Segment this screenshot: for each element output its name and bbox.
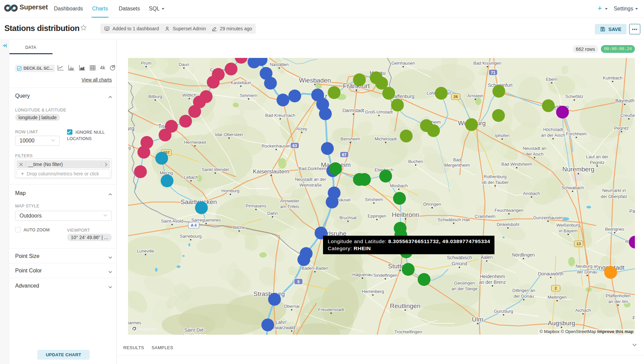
svg-text:Sarreguemines: Sarreguemines bbox=[191, 218, 221, 223]
svg-text:Donauwörth: Donauwörth bbox=[538, 271, 564, 276]
svg-text:Schwäbisch: Schwäbisch bbox=[447, 255, 472, 260]
svg-text:Gelnhausen: Gelnhausen bbox=[391, 61, 415, 66]
svg-text:Weißenburg: Weißenburg bbox=[556, 223, 580, 228]
svg-text:Prüm: Prüm bbox=[141, 61, 151, 66]
svg-text:Creußen: Creußen bbox=[620, 113, 635, 118]
svg-text:Obernai: Obernai bbox=[284, 304, 299, 309]
svg-text:Saint-Dié-: Saint-Dié- bbox=[184, 327, 205, 333]
svg-text:Idar-Oberstein: Idar-Oberstein bbox=[215, 132, 243, 137]
svg-text:Daun: Daun bbox=[179, 62, 189, 67]
svg-text:Dinkelsbühl: Dinkelsbühl bbox=[496, 222, 519, 227]
svg-text:Augsburg: Augsburg bbox=[548, 320, 575, 327]
svg-text:Mergentheim: Mergentheim bbox=[444, 163, 470, 168]
svg-text:Heilbronn: Heilbronn bbox=[392, 211, 419, 218]
svg-text:Groß-Umstadt: Groß-Umstadt bbox=[365, 109, 393, 114]
svg-text:Eppingen: Eppingen bbox=[368, 213, 386, 219]
svg-text:Meitingen: Meitingen bbox=[548, 295, 567, 300]
svg-text:71: 71 bbox=[491, 70, 495, 75]
svg-text:an der Ilm: an der Ilm bbox=[608, 299, 628, 304]
svg-text:Bad Kissingen: Bad Kissingen bbox=[473, 61, 501, 66]
svg-text:Aichach: Aichach bbox=[575, 308, 591, 313]
svg-text:Haguenau: Haguenau bbox=[352, 272, 373, 277]
svg-text:Darmstadt: Darmstadt bbox=[343, 108, 364, 113]
svg-text:Öhringen: Öhringen bbox=[423, 202, 441, 207]
svg-text:Schwabach: Schwabach bbox=[561, 185, 584, 190]
svg-text:Günzburg: Günzburg bbox=[494, 309, 513, 314]
svg-text:Reutlingen: Reutlingen bbox=[390, 302, 421, 309]
svg-text:Pegnitz: Pegnitz bbox=[614, 126, 629, 131]
svg-text:Sarrebourg: Sarrebourg bbox=[180, 234, 201, 239]
svg-text:Lunéville: Lunéville bbox=[137, 249, 154, 254]
svg-text:der Donau: der Donau bbox=[514, 294, 534, 299]
svg-text:Dahn: Dahn bbox=[267, 211, 278, 216]
svg-text:Wittlich: Wittlich bbox=[182, 93, 196, 98]
svg-text:Hermeskeil: Hermeskeil bbox=[184, 140, 206, 145]
svg-text:Schwäbisch Hall: Schwäbisch Hall bbox=[438, 217, 470, 222]
svg-text:Bad: Bad bbox=[453, 157, 461, 162]
svg-text:Kulmbach: Kulmbach bbox=[603, 75, 622, 80]
svg-text:Ulm: Ulm bbox=[472, 316, 483, 323]
svg-text:Bad Windsheim: Bad Windsheim bbox=[501, 162, 532, 167]
svg-text:Parsberg: Parsberg bbox=[630, 208, 635, 214]
svg-text:Michelstadt: Michelstadt bbox=[375, 136, 397, 141]
svg-text:Bitche: Bitche bbox=[233, 225, 245, 230]
svg-text:Scheßlitz: Scheßlitz bbox=[565, 94, 583, 99]
svg-text:Pegnitz: Pegnitz bbox=[590, 160, 604, 165]
svg-text:am Trifels: am Trifels bbox=[280, 204, 299, 209]
svg-text:Rothenburg: Rothenburg bbox=[484, 174, 507, 179]
svg-text:Dillingen an: Dillingen an bbox=[512, 288, 535, 293]
svg-text:der Aisch: der Aisch bbox=[525, 152, 543, 157]
svg-text:Neuburg an: Neuburg an bbox=[576, 264, 599, 269]
svg-text:Crailsheim: Crailsheim bbox=[475, 214, 495, 219]
svg-text:Bad Kreuznach: Bad Kreuznach bbox=[265, 113, 295, 118]
svg-text:Annweiler: Annweiler bbox=[280, 198, 299, 203]
svg-text:Iphofen: Iphofen bbox=[495, 133, 509, 138]
svg-text:Mosbach: Mosbach bbox=[390, 183, 408, 188]
svg-text:Weinstraße: Weinstraße bbox=[299, 183, 322, 188]
svg-text:mapbox: mapbox bbox=[138, 326, 158, 332]
svg-text:Rockenhausen: Rockenhausen bbox=[262, 143, 291, 148]
svg-text:Gunzenhausen: Gunzenhausen bbox=[533, 215, 563, 220]
svg-text:Nastätten: Nastätten bbox=[270, 62, 289, 67]
svg-text:Gmünd: Gmünd bbox=[452, 261, 467, 266]
svg-text:an der Brenz: an der Brenz bbox=[479, 279, 506, 285]
svg-text:Sankt Wendel: Sankt Wendel bbox=[202, 167, 229, 172]
svg-text:Nuremberg: Nuremberg bbox=[562, 166, 594, 173]
svg-text:Geislingen: Geislingen bbox=[454, 280, 475, 286]
svg-text:Herrenberg: Herrenberg bbox=[362, 289, 384, 294]
svg-text:der Donau: der Donau bbox=[577, 269, 598, 274]
svg-text:Neustadt an der: Neustadt an der bbox=[295, 177, 326, 182]
svg-text:ob der Tauber: ob der Tauber bbox=[482, 180, 509, 185]
svg-text:Simmern: Simmern bbox=[240, 93, 257, 98]
svg-text:Sinsheim: Sinsheim bbox=[365, 197, 383, 202]
svg-text:Neumarkt in: Neumarkt in bbox=[602, 188, 626, 193]
svg-text:der Oberpfalz: der Oberpfalz bbox=[601, 194, 627, 199]
svg-text:Ebern: Ebern bbox=[546, 77, 558, 82]
svg-text:Pirmasens: Pirmasens bbox=[246, 203, 266, 208]
svg-text:Freudenstadt: Freudenstadt bbox=[318, 307, 344, 312]
svg-text:Homburg: Homburg bbox=[221, 188, 239, 193]
svg-text:Lahr/: Lahr/ bbox=[276, 320, 286, 325]
svg-text:Friedberg: Friedberg bbox=[633, 315, 635, 321]
svg-text:an der Aisch: an der Aisch bbox=[541, 133, 565, 138]
svg-text:13: 13 bbox=[577, 242, 581, 246]
svg-text:67: 67 bbox=[342, 153, 347, 157]
svg-text:Bad Dürkheim: Bad Dürkheim bbox=[299, 166, 326, 171]
svg-text:Alzey: Alzey bbox=[296, 126, 307, 131]
svg-text:Neustadt an: Neustadt an bbox=[523, 146, 546, 151]
svg-text:26: 26 bbox=[454, 95, 458, 99]
svg-text:63: 63 bbox=[292, 143, 297, 148]
svg-text:Feuchtwangen: Feuchtwangen bbox=[494, 208, 523, 213]
svg-text:Heidenheim: Heidenheim bbox=[480, 274, 505, 279]
svg-text:Luxembourg: Luxembourg bbox=[128, 145, 131, 150]
svg-text:Forchheim: Forchheim bbox=[566, 131, 586, 136]
svg-text:Pfaffenhofen: Pfaffenhofen bbox=[606, 293, 631, 298]
svg-text:Bruchsal: Bruchsal bbox=[340, 215, 357, 220]
svg-text:Baden-Baden: Baden-Baden bbox=[301, 266, 328, 271]
svg-text:in Bayern: in Bayern bbox=[559, 228, 578, 233]
svg-text:Luxembourg: Luxembourg bbox=[128, 125, 134, 132]
svg-text:Beilngries: Beilngries bbox=[605, 227, 624, 232]
svg-text:Buchen: Buchen bbox=[408, 159, 423, 164]
svg-text:5: 5 bbox=[297, 279, 300, 284]
svg-text:an der Steige: an der Steige bbox=[451, 286, 477, 291]
